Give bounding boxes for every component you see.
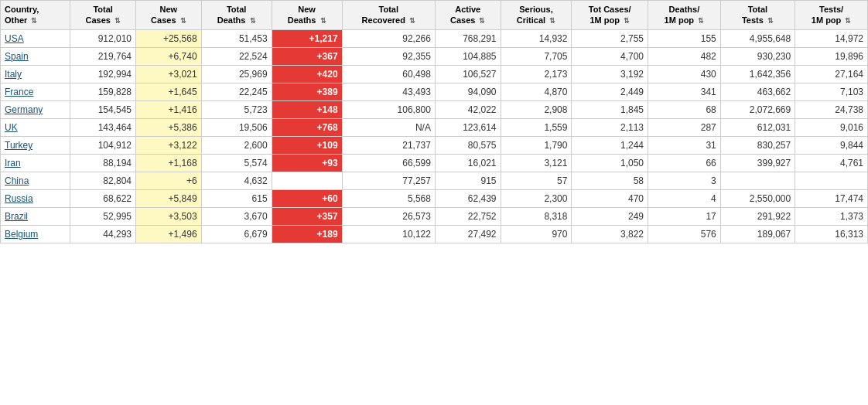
cell-serious: 14,932 (501, 29, 572, 47)
col-header-totalRecovered[interactable]: TotalRecovered ⇅ (342, 1, 435, 30)
cell-totalRecovered: 26,573 (342, 207, 435, 225)
cell-totalRecovered: 92,266 (342, 29, 435, 47)
cell-country[interactable]: Italy (1, 65, 70, 83)
cell-deathsPop: 341 (648, 83, 721, 100)
cell-country[interactable]: Germany (1, 100, 70, 118)
sort-icon: ⇅ (698, 17, 704, 25)
table-row: Spain219,764+6,74022,524+36792,355104,88… (1, 47, 868, 65)
cell-country[interactable]: Russia (1, 189, 70, 207)
cell-activeCases: 915 (435, 172, 501, 189)
col-header-deathsPop[interactable]: Deaths/1M pop ⇅ (648, 1, 721, 30)
cell-testsPop: 9,016 (795, 118, 868, 136)
cell-newCases: +3,021 (136, 65, 202, 83)
col-header-totCasesPop[interactable]: Tot Cases/1M pop ⇅ (572, 1, 648, 30)
col-header-totalTests[interactable]: TotalTests ⇅ (720, 1, 795, 30)
cell-totalRecovered: 5,568 (342, 189, 435, 207)
cell-activeCases: 768,291 (435, 29, 501, 47)
cell-serious: 8,318 (501, 207, 572, 225)
col-header-serious[interactable]: Serious,Critical ⇅ (501, 1, 572, 30)
col-header-totalDeaths[interactable]: TotalDeaths ⇅ (201, 1, 272, 30)
cell-activeCases: 42,022 (435, 100, 501, 118)
cell-serious: 2,300 (501, 189, 572, 207)
cell-newDeaths: +768 (272, 118, 342, 136)
cell-newCases: +6 (136, 172, 202, 189)
cell-newCases: +1,168 (136, 154, 202, 172)
table-row: Russia68,622+5,849615+605,56862,4392,300… (1, 189, 868, 207)
cell-totCasesPop: 58 (572, 172, 648, 189)
cell-testsPop: 7,103 (795, 83, 868, 100)
cell-activeCases: 94,090 (435, 83, 501, 100)
col-header-totalCases[interactable]: TotalCases ⇅ (70, 1, 136, 30)
cell-totalCases: 44,293 (70, 225, 136, 243)
cell-totalCases: 88,194 (70, 154, 136, 172)
covid-table: Country,Other ⇅TotalCases ⇅NewCases ⇅Tot… (0, 0, 868, 243)
cell-newDeaths: +148 (272, 100, 342, 118)
cell-totalTests: 463,662 (720, 83, 795, 100)
cell-totalDeaths: 19,506 (201, 118, 272, 136)
cell-totCasesPop: 3,822 (572, 225, 648, 243)
cell-totalRecovered: 77,257 (342, 172, 435, 189)
cell-country[interactable]: USA (1, 29, 70, 47)
cell-deathsPop: 155 (648, 29, 721, 47)
cell-country[interactable]: Belgium (1, 225, 70, 243)
cell-totCasesPop: 4,700 (572, 47, 648, 65)
cell-deathsPop: 430 (648, 65, 721, 83)
cell-newCases: +5,849 (136, 189, 202, 207)
cell-totalTests: 291,922 (720, 207, 795, 225)
cell-totalTests: 2,072,669 (720, 100, 795, 118)
cell-testsPop: 24,738 (795, 100, 868, 118)
cell-totalRecovered: 21,737 (342, 136, 435, 154)
cell-deathsPop: 68 (648, 100, 721, 118)
table-row: Germany154,545+1,4165,723+148106,80042,0… (1, 100, 868, 118)
cell-totalTests: 612,031 (720, 118, 795, 136)
cell-deathsPop: 4 (648, 189, 721, 207)
cell-totCasesPop: 1,845 (572, 100, 648, 118)
cell-totCasesPop: 249 (572, 207, 648, 225)
cell-totalDeaths: 615 (201, 189, 272, 207)
cell-serious: 3,121 (501, 154, 572, 172)
cell-testsPop: 9,844 (795, 136, 868, 154)
col-header-newDeaths[interactable]: NewDeaths ⇅ (272, 1, 342, 30)
cell-totalRecovered: 43,493 (342, 83, 435, 100)
cell-totalDeaths: 22,524 (201, 47, 272, 65)
cell-totalTests: 189,067 (720, 225, 795, 243)
cell-country[interactable]: Spain (1, 47, 70, 65)
cell-activeCases: 22,752 (435, 207, 501, 225)
cell-testsPop: 4,761 (795, 154, 868, 172)
cell-totalTests: 830,257 (720, 136, 795, 154)
col-header-testsPop[interactable]: Tests/1M pop ⇅ (795, 1, 868, 30)
cell-newDeaths: +357 (272, 207, 342, 225)
cell-newDeaths (272, 172, 342, 189)
cell-activeCases: 27,492 (435, 225, 501, 243)
col-header-country[interactable]: Country,Other ⇅ (1, 1, 70, 30)
cell-totCasesPop: 2,113 (572, 118, 648, 136)
table-row: USA912,010+25,56851,453+1,21792,266768,2… (1, 29, 868, 47)
cell-country[interactable]: Iran (1, 154, 70, 172)
cell-testsPop: 1,373 (795, 207, 868, 225)
cell-totalCases: 104,912 (70, 136, 136, 154)
cell-totalDeaths: 51,453 (201, 29, 272, 47)
cell-country[interactable]: UK (1, 118, 70, 136)
cell-serious: 1,790 (501, 136, 572, 154)
cell-country[interactable]: Turkey (1, 136, 70, 154)
cell-totalRecovered: N/A (342, 118, 435, 136)
col-header-activeCases[interactable]: ActiveCases ⇅ (435, 1, 501, 30)
cell-newCases: +5,386 (136, 118, 202, 136)
col-header-newCases[interactable]: NewCases ⇅ (136, 1, 202, 30)
cell-newDeaths: +367 (272, 47, 342, 65)
cell-deathsPop: 31 (648, 136, 721, 154)
sort-icon: ⇅ (114, 17, 121, 25)
sort-icon: ⇅ (549, 17, 555, 25)
table-row: China82,804+64,63277,25791557583 (1, 172, 868, 189)
cell-country[interactable]: France (1, 83, 70, 100)
cell-serious: 4,870 (501, 83, 572, 100)
sort-icon: ⇅ (479, 17, 485, 25)
cell-newDeaths: +389 (272, 83, 342, 100)
cell-totalTests (720, 172, 795, 189)
cell-newDeaths: +93 (272, 154, 342, 172)
cell-country[interactable]: Brazil (1, 207, 70, 225)
cell-testsPop (795, 172, 868, 189)
cell-deathsPop: 482 (648, 47, 721, 65)
cell-deathsPop: 66 (648, 154, 721, 172)
cell-country[interactable]: China (1, 172, 70, 189)
